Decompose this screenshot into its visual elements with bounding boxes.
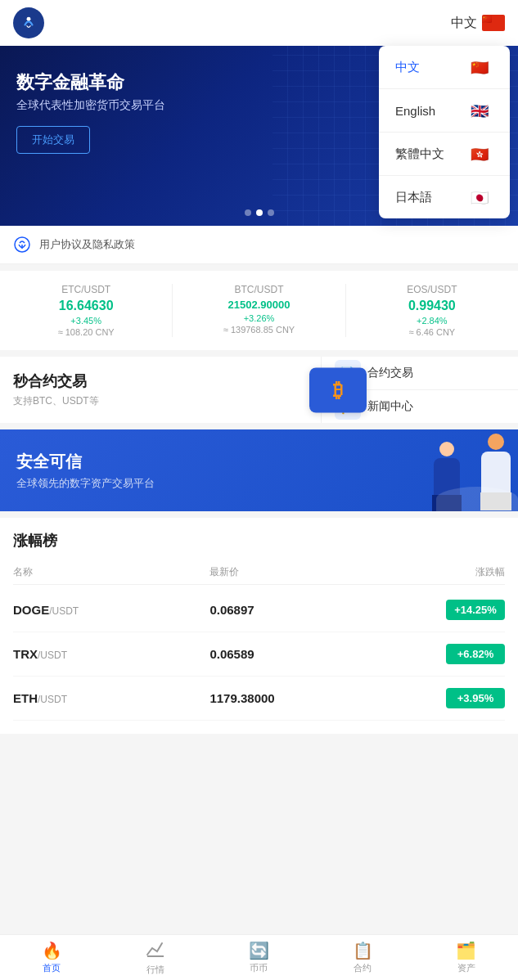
market-icon	[146, 940, 165, 962]
lang-label-english: English	[395, 104, 435, 118]
header: 中文 🇨🇳	[0, 0, 518, 46]
price-eos: 0.99430	[353, 299, 511, 313]
price-item-btc[interactable]: BTC/USDT 21502.90000 +3.26% ≈ 139768.85 …	[173, 284, 345, 337]
row-name-trx: TRX/USDT	[13, 647, 209, 661]
change-badge-doge: +14.25%	[446, 600, 505, 620]
nav-label-market: 行情	[146, 964, 164, 976]
lang-item-chinese[interactable]: 中文 🇨🇳	[379, 46, 510, 89]
logo[interactable]	[13, 7, 44, 38]
header-price: 最新价	[209, 565, 373, 579]
change-btc: +3.26%	[179, 313, 338, 323]
lang-label-chinese: 中文	[395, 60, 420, 75]
row-change-eth: +3.95%	[374, 688, 505, 708]
nav-item-contract[interactable]: 📋 合约	[311, 935, 415, 980]
nav-label-trade: 币币	[250, 962, 268, 974]
quick-trade-title: 秒合约交易	[13, 371, 308, 391]
lang-item-japanese[interactable]: 日本語 🇯🇵	[379, 176, 510, 218]
flag-jp-dropdown: 🇯🇵	[471, 189, 493, 205]
table-row[interactable]: DOGE/USDT 0.06897 +14.25%	[13, 588, 505, 632]
gainers-section: 涨幅榜 名称 最新价 涨跌幅 DOGE/USDT 0.06897 +14.25%…	[0, 518, 518, 734]
pair-etc: ETC/USDT	[7, 284, 165, 295]
lang-label-traditional-chinese: 繁體中文	[395, 146, 444, 162]
nav-item-trade[interactable]: 🔄 币币	[207, 935, 311, 980]
lang-item-english[interactable]: English 🇬🇧	[379, 89, 510, 133]
row-change-trx: +6.82%	[374, 644, 505, 664]
language-button[interactable]: 中文 🇨🇳	[451, 15, 505, 32]
flag-cn-icon: 🇨🇳	[482, 15, 505, 31]
lang-item-traditional-chinese[interactable]: 繁體中文 🇭🇰	[379, 133, 510, 176]
notice-bar[interactable]: 用户协议及隐私政策	[0, 226, 518, 264]
flag-hk-dropdown: 🇭🇰	[471, 146, 493, 162]
news-center-label: 新闻中心	[367, 399, 413, 414]
pair-btc: BTC/USDT	[179, 284, 338, 295]
table-header: 名称 最新价 涨跌幅	[13, 560, 505, 585]
contract-trade-label: 合约交易	[367, 366, 413, 380]
row-name-eth: ETH/USDT	[13, 691, 209, 705]
pair-eos: EOS/USDT	[353, 284, 511, 295]
bitcoin-card-icon: ₿	[309, 367, 367, 412]
nav-label-contract: 合约	[354, 962, 372, 974]
assets-icon: 🗂️	[456, 941, 476, 960]
nav-item-home[interactable]: 🔥 首页	[0, 935, 104, 980]
price-etc: 16.64630	[7, 299, 165, 313]
header-change: 涨跌幅	[374, 565, 505, 579]
table-row[interactable]: TRX/USDT 0.06589 +6.82%	[13, 632, 505, 677]
change-badge-trx: +6.82%	[446, 644, 505, 664]
contract-icon: 📋	[353, 941, 373, 960]
svg-point-0	[20, 14, 38, 33]
cny-etc: ≈ 108.20 CNY	[7, 327, 165, 337]
cny-eos: ≈ 6.46 CNY	[353, 327, 511, 337]
dot-2	[256, 209, 263, 216]
notice-text: 用户协议及隐私政策	[39, 237, 135, 252]
trade-icon: 🔄	[249, 941, 269, 960]
quick-trade-subtitle: 支持BTC、USDT等	[13, 394, 308, 408]
safe-text: 安全可信 全球领先的数字资产交易平台	[16, 451, 155, 491]
row-price-eth: 1179.38000	[209, 691, 373, 705]
change-eos: +2.84%	[353, 316, 511, 326]
dot-3	[268, 209, 274, 216]
safe-illustration	[424, 434, 518, 511]
price-item-etc[interactable]: ETC/USDT 16.64630 +3.45% ≈ 108.20 CNY	[0, 284, 173, 337]
quick-trade-panel[interactable]: 秒合约交易 支持BTC、USDT等 ₿	[0, 357, 322, 423]
dot-1	[245, 209, 251, 216]
flag-cn-dropdown: 🇨🇳	[471, 59, 493, 75]
gainers-title: 涨幅榜	[13, 531, 505, 551]
home-icon: 🔥	[42, 941, 62, 960]
lang-label-japanese: 日本語	[395, 190, 432, 205]
language-dropdown: 中文 🇨🇳 English 🇬🇧 繁體中文 🇭🇰 日本語 🇯🇵	[379, 46, 510, 218]
row-change-doge: +14.25%	[374, 600, 505, 620]
safe-banner: 安全可信 全球领先的数字资产交易平台	[0, 429, 518, 511]
nav-item-market[interactable]: 行情	[104, 935, 208, 980]
change-badge-eth: +3.95%	[446, 688, 505, 708]
row-name-doge: DOGE/USDT	[13, 603, 209, 617]
change-etc: +3.45%	[7, 316, 165, 326]
mid-section: 秒合约交易 支持BTC、USDT等 ₿ 📄 合约交易 🎓 新闻中心	[0, 357, 518, 423]
language-label: 中文	[451, 15, 477, 32]
table-row[interactable]: ETH/USDT 1179.38000 +3.95%	[13, 677, 505, 721]
notice-icon	[13, 236, 31, 254]
row-price-trx: 0.06589	[209, 647, 373, 661]
nav-label-home: 首页	[43, 962, 61, 974]
flag-uk-dropdown: 🇬🇧	[471, 102, 493, 119]
nav-item-assets[interactable]: 🗂️ 资产	[414, 935, 518, 980]
row-price-doge: 0.06897	[209, 603, 373, 617]
header-name: 名称	[13, 565, 209, 579]
price-section: ETC/USDT 16.64630 +3.45% ≈ 108.20 CNY BT…	[0, 271, 518, 350]
svg-point-1	[27, 17, 31, 21]
cny-btc: ≈ 139768.85 CNY	[179, 325, 338, 335]
price-item-eos[interactable]: EOS/USDT 0.99430 +2.84% ≈ 6.46 CNY	[346, 284, 518, 337]
banner-dots	[245, 209, 274, 216]
nav-label-assets: 资产	[457, 962, 475, 974]
bottom-nav: 🔥 首页 行情 🔄 币币 📋 合约 🗂️ 资产	[0, 934, 518, 980]
safe-subtitle: 全球领先的数字资产交易平台	[16, 476, 155, 491]
start-trading-button[interactable]: 开始交易	[16, 126, 90, 154]
safe-title: 安全可信	[16, 451, 155, 473]
price-btc: 21502.90000	[179, 299, 338, 311]
